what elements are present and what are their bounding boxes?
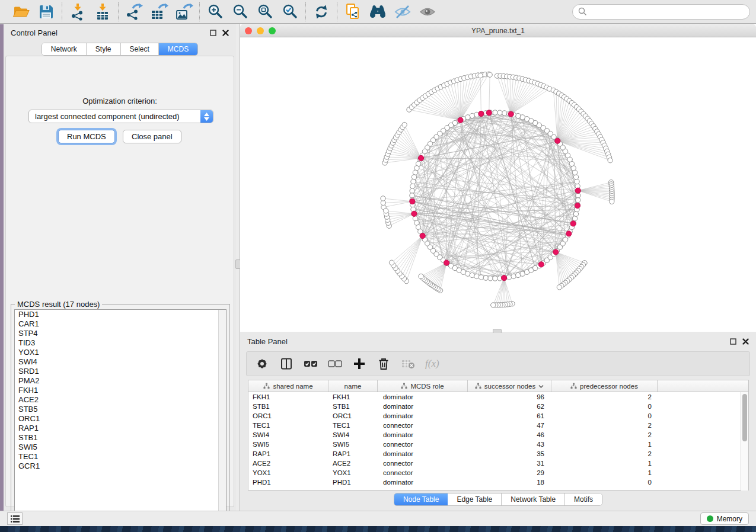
table-cell[interactable]: FKH1 xyxy=(248,393,328,400)
table-cell[interactable]: dominator xyxy=(378,450,468,457)
tab-node-table[interactable]: Node Table xyxy=(394,493,448,505)
tab-mcds[interactable]: MCDS xyxy=(159,43,197,55)
mcds-list-scrollbar[interactable] xyxy=(218,310,226,520)
table-cell[interactable]: FKH1 xyxy=(328,393,378,400)
column-header-successor-nodes[interactable]: successor nodes xyxy=(468,380,551,392)
close-panel-button[interactable]: Close panel xyxy=(123,130,181,143)
column-header-predecessor-nodes[interactable]: predecessor nodes xyxy=(551,380,658,392)
table-cell[interactable]: 62 xyxy=(468,403,551,410)
table-cell[interactable]: 2 xyxy=(551,450,658,457)
select-all-icon[interactable] xyxy=(304,357,318,371)
optimization-criterion-select[interactable]: largest connected component (undirected) xyxy=(28,110,213,123)
column-header-shared-name[interactable]: shared name xyxy=(248,380,328,392)
tab-network[interactable]: Network xyxy=(42,43,87,55)
copy-network-icon[interactable] xyxy=(343,2,363,21)
table-scrollbar[interactable] xyxy=(741,392,748,491)
table-row[interactable]: YOX1YOX1connector291 xyxy=(248,468,748,477)
search-network-icon[interactable] xyxy=(368,2,388,21)
table-cell[interactable]: connector xyxy=(378,422,468,429)
tab-motifs[interactable]: Motifs xyxy=(565,493,602,505)
zoom-fit-icon[interactable] xyxy=(255,2,275,21)
mcds-result-item[interactable]: SWI4 xyxy=(15,357,226,367)
table-row[interactable]: STB1STB1dominator620 xyxy=(248,402,748,411)
table-cell[interactable]: 31 xyxy=(468,460,551,467)
table-cell[interactable]: YOX1 xyxy=(328,469,378,476)
table-row[interactable]: ACE2ACE2connector311 xyxy=(248,459,748,468)
import-table-icon[interactable] xyxy=(92,2,113,21)
float-panel-icon[interactable] xyxy=(730,338,736,345)
table-cell[interactable]: RAP1 xyxy=(328,450,378,457)
refresh-icon[interactable] xyxy=(311,2,331,21)
mcds-result-item[interactable]: PHD1 xyxy=(15,310,226,319)
table-cell[interactable]: 2 xyxy=(551,422,658,429)
delete-column-icon[interactable] xyxy=(377,357,391,371)
table-cell[interactable]: 96 xyxy=(468,393,551,400)
mcds-result-item[interactable]: ACE2 xyxy=(15,395,226,405)
zoom-in-icon[interactable] xyxy=(205,2,225,21)
table-cell[interactable]: 29 xyxy=(468,469,551,476)
table-cell[interactable]: TEC1 xyxy=(248,422,328,429)
close-panel-icon[interactable] xyxy=(222,30,229,36)
table-cell[interactable]: 47 xyxy=(468,422,551,429)
zoom-selected-icon[interactable] xyxy=(280,2,300,21)
mcds-result-item[interactable]: ORC1 xyxy=(15,414,226,424)
tab-style[interactable]: Style xyxy=(87,43,121,55)
table-cell[interactable]: 0 xyxy=(551,403,658,410)
show-all-icon[interactable] xyxy=(417,2,438,21)
export-table-icon[interactable] xyxy=(149,2,169,21)
save-session-icon[interactable] xyxy=(36,2,56,21)
mcds-result-item[interactable]: SRD1 xyxy=(15,367,226,376)
column-header-mcds-role[interactable]: MCDS role xyxy=(378,380,468,392)
table-cell[interactable]: 0 xyxy=(551,412,658,419)
column-panel-icon[interactable] xyxy=(279,357,294,371)
table-cell[interactable]: dominator xyxy=(378,412,468,419)
task-history-button[interactable] xyxy=(7,512,23,525)
table-cell[interactable]: dominator xyxy=(378,393,468,400)
search-input[interactable] xyxy=(591,8,744,16)
memory-button[interactable]: Memory xyxy=(700,512,749,525)
table-cell[interactable]: dominator xyxy=(378,431,468,438)
table-cell[interactable]: ACE2 xyxy=(248,460,328,467)
table-cell[interactable]: dominator xyxy=(378,403,468,410)
table-cell[interactable]: dominator xyxy=(378,479,468,486)
table-row[interactable]: TEC1TEC1connector472 xyxy=(248,421,748,430)
table-cell[interactable]: RAP1 xyxy=(248,450,328,457)
table-cell[interactable]: STB1 xyxy=(328,403,378,410)
table-cell[interactable]: 2 xyxy=(551,393,658,400)
table-cell[interactable]: ACE2 xyxy=(328,460,378,467)
table-cell[interactable]: 61 xyxy=(468,412,551,419)
tab-network-table[interactable]: Network Table xyxy=(502,493,565,505)
table-cell[interactable]: PHD1 xyxy=(248,479,328,486)
table-row[interactable]: SWI4SWI4dominator462 xyxy=(248,430,748,440)
table-cell[interactable]: 1 xyxy=(551,460,658,467)
close-panel-icon[interactable] xyxy=(742,338,749,345)
mcds-result-item[interactable]: SWI5 xyxy=(15,443,226,452)
table-settings-icon[interactable] xyxy=(255,357,269,371)
mcds-result-item[interactable]: STB5 xyxy=(15,405,226,414)
table-row[interactable]: FKH1FKH1dominator962 xyxy=(248,392,748,402)
run-mcds-button[interactable]: Run MCDS xyxy=(58,130,115,143)
deselect-all-icon[interactable] xyxy=(328,357,342,371)
table-cell[interactable]: STB1 xyxy=(248,403,328,410)
import-network-icon[interactable] xyxy=(68,2,88,21)
float-panel-icon[interactable] xyxy=(210,30,216,36)
table-cell[interactable]: ORC1 xyxy=(248,412,328,419)
mcds-result-item[interactable]: PMA2 xyxy=(15,376,226,386)
zoom-out-icon[interactable] xyxy=(230,2,250,21)
table-cell[interactable]: PHD1 xyxy=(328,479,378,486)
hide-selected-icon[interactable] xyxy=(393,2,413,21)
table-row[interactable]: ORC1ORC1dominator610 xyxy=(248,411,748,421)
mcds-result-item[interactable]: CAR1 xyxy=(15,319,226,329)
table-row[interactable]: SWI5SWI5connector431 xyxy=(248,440,748,449)
table-scrollbar-thumb[interactable] xyxy=(742,394,747,441)
table-cell[interactable]: 35 xyxy=(468,450,551,457)
table-cell[interactable]: 0 xyxy=(551,479,658,486)
table-cell[interactable]: YOX1 xyxy=(248,469,328,476)
table-cell[interactable]: 43 xyxy=(468,441,551,448)
table-row[interactable]: RAP1RAP1dominator352 xyxy=(248,449,748,459)
add-column-icon[interactable] xyxy=(352,357,366,371)
table-cell[interactable]: connector xyxy=(378,460,468,467)
tab-edge-table[interactable]: Edge Table xyxy=(448,493,502,505)
mcds-result-item[interactable]: GCR1 xyxy=(15,462,226,471)
mcds-result-item[interactable]: TEC1 xyxy=(15,452,226,462)
